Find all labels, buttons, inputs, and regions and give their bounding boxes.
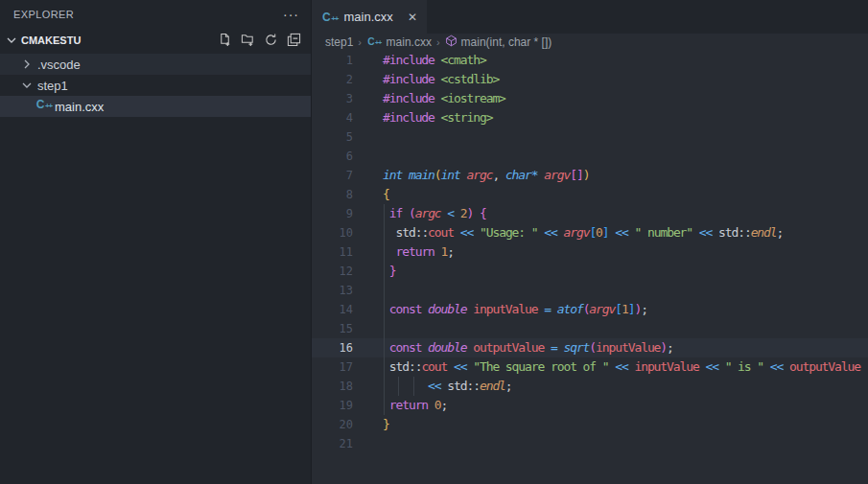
code-text xyxy=(353,147,383,166)
line-number[interactable]: 17 xyxy=(312,357,353,377)
line-number[interactable]: 7 xyxy=(312,166,353,185)
new-folder-icon[interactable] xyxy=(241,33,255,47)
line-number[interactable]: 19 xyxy=(312,396,353,415)
symbol-method-icon xyxy=(445,35,457,50)
line-number[interactable]: 5 xyxy=(312,127,353,147)
code-text xyxy=(353,127,383,147)
line-number[interactable]: 11 xyxy=(312,242,353,262)
code-line[interactable]: 14 const double inputValue = atof(argv[1… xyxy=(312,300,868,319)
file-label: main.cxx xyxy=(55,100,104,114)
breadcrumb-symbol[interactable]: main(int, char * []) xyxy=(445,35,552,50)
code-text: { xyxy=(353,185,389,204)
indent-guide xyxy=(398,377,399,396)
code-line[interactable]: 1#include <cmath> xyxy=(312,51,868,70)
folder-label: .vscode xyxy=(37,58,81,72)
code-line[interactable]: 5 xyxy=(312,127,868,147)
workspace-name: CMAKESTU xyxy=(21,35,81,46)
sidebar-item-vscode[interactable]: .vscode xyxy=(0,54,311,75)
line-number[interactable]: 3 xyxy=(312,89,353,108)
chevron-down-icon xyxy=(4,33,19,48)
line-number[interactable]: 21 xyxy=(312,434,353,453)
code-line[interactable]: 20} xyxy=(312,415,868,434)
more-actions-icon[interactable]: ··· xyxy=(283,10,299,19)
code-text: #include <cmath> xyxy=(353,51,486,70)
code-text: std::cout << "Usage: " << argv[0] << " n… xyxy=(353,223,783,242)
line-number[interactable]: 8 xyxy=(312,185,353,204)
code-line[interactable]: 17 std::cout << "The square root of " <<… xyxy=(312,357,868,377)
code-line[interactable]: 16 const double outputValue = sqrt(input… xyxy=(312,338,868,357)
explorer-header: EXPLORER ··· xyxy=(0,0,311,29)
editor-group: C++ main.cxx ✕ step1 › C++ main.cxx › ma… xyxy=(312,0,868,484)
code-text: const double outputValue = sqrt(inputVal… xyxy=(353,338,673,357)
breadcrumb: step1 › C++ main.cxx › main(int, char * … xyxy=(312,34,868,51)
breadcrumb-folder[interactable]: step1 xyxy=(325,35,353,49)
line-number[interactable]: 18 xyxy=(312,377,353,396)
line-number[interactable]: 15 xyxy=(312,319,353,338)
sidebar-item-step1[interactable]: step1 xyxy=(0,75,311,96)
code-text: #include <iostream> xyxy=(353,89,505,108)
chevron-down-icon xyxy=(19,78,35,93)
sidebar-item-main-cxx[interactable]: C++ main.cxx xyxy=(0,96,311,117)
code-line[interactable]: 2#include <cstdlib> xyxy=(312,70,868,89)
breadcrumb-separator: › xyxy=(436,36,440,48)
refresh-explorer-icon[interactable] xyxy=(264,33,278,47)
line-number[interactable]: 4 xyxy=(312,108,353,127)
code-text: if (argc < 2) { xyxy=(353,204,486,223)
code-editor[interactable]: 1#include <cmath>2#include <cstdlib>3#in… xyxy=(312,51,868,484)
code-text: std::cout << "The square root of " << in… xyxy=(353,357,860,377)
code-line[interactable]: 11 return 1; xyxy=(312,242,868,262)
tab-bar: C++ main.cxx ✕ xyxy=(312,0,868,34)
code-line[interactable]: 21 xyxy=(312,434,868,453)
line-number[interactable]: 12 xyxy=(312,262,353,281)
line-number[interactable]: 10 xyxy=(312,223,353,242)
code-line[interactable]: 18 << std::endl; xyxy=(312,377,868,396)
close-tab-icon[interactable]: ✕ xyxy=(408,11,417,24)
explorer-sidebar: EXPLORER ··· CMAKESTU xyxy=(0,0,312,484)
code-line[interactable]: 3#include <iostream> xyxy=(312,89,868,108)
code-line[interactable]: 9 if (argc < 2) { xyxy=(312,204,868,223)
code-line[interactable]: 8{ xyxy=(312,185,868,204)
indent-guide xyxy=(413,377,414,396)
code-line[interactable]: 4#include <string> xyxy=(312,108,868,127)
code-line[interactable]: 6 xyxy=(312,147,868,166)
breadcrumb-separator: › xyxy=(358,36,362,48)
folder-label: step1 xyxy=(37,79,68,93)
line-number[interactable]: 13 xyxy=(312,281,353,300)
line-number[interactable]: 14 xyxy=(312,300,353,319)
code-text: return 0; xyxy=(353,396,447,415)
line-number[interactable]: 9 xyxy=(312,204,353,223)
code-text xyxy=(353,434,383,453)
code-text: #include <cstdlib> xyxy=(353,70,499,89)
new-file-icon[interactable] xyxy=(218,33,232,47)
code-text: #include <string> xyxy=(353,108,492,127)
breadcrumb-file[interactable]: C++ main.cxx xyxy=(366,35,432,49)
chevron-right-icon xyxy=(19,57,35,72)
tab-main-cxx[interactable]: C++ main.cxx ✕ xyxy=(312,0,427,34)
code-line[interactable]: 12 } xyxy=(312,262,868,281)
code-line[interactable]: 19 return 0; xyxy=(312,396,868,415)
code-text: << std::endl; xyxy=(353,377,512,396)
line-number[interactable]: 6 xyxy=(312,147,353,166)
cpp-file-icon: C++ xyxy=(322,12,339,23)
indent-guide xyxy=(384,204,385,415)
line-number[interactable]: 16 xyxy=(312,338,353,357)
code-line[interactable]: 7int main(int argc, char* argv[]) xyxy=(312,166,868,185)
code-text: return 1; xyxy=(353,242,454,262)
code-line[interactable]: 10 std::cout << "Usage: " << argv[0] << … xyxy=(312,223,868,242)
line-number[interactable]: 20 xyxy=(312,415,353,434)
code-text: const double inputValue = atof(argv[1]); xyxy=(353,300,647,319)
code-text: } xyxy=(353,262,395,281)
cpp-file-icon: C++ xyxy=(367,37,381,47)
tab-label: main.cxx xyxy=(344,10,393,24)
code-text xyxy=(353,319,383,338)
line-number[interactable]: 2 xyxy=(312,70,353,89)
explorer-title: EXPLORER xyxy=(13,9,74,20)
collapse-folders-icon[interactable] xyxy=(287,33,301,47)
code-text xyxy=(353,281,383,300)
code-text: int main(int argc, char* argv[]) xyxy=(353,166,589,185)
line-number[interactable]: 1 xyxy=(312,51,353,70)
code-line[interactable]: 15 xyxy=(312,319,868,338)
workspace-section-header[interactable]: CMAKESTU xyxy=(0,29,311,51)
code-line[interactable]: 13 xyxy=(312,281,868,300)
cpp-file-icon: C++ xyxy=(36,99,52,114)
